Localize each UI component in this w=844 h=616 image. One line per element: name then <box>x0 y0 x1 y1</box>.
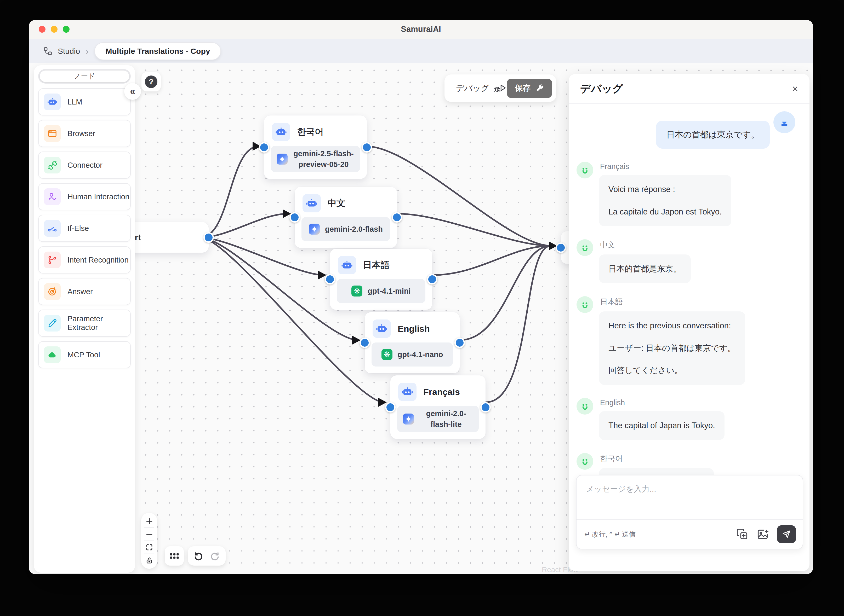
sidebar-item-label: Connector <box>68 161 103 170</box>
input-handle[interactable] <box>325 274 335 285</box>
breadcrumb-separator: › <box>86 46 89 56</box>
sidebar-item-intent-recognition[interactable]: Intent Recognition <box>38 246 131 274</box>
save-button-label: 保存 <box>515 83 531 94</box>
help-button[interactable]: ? <box>141 72 161 91</box>
sidebar-item-if-else[interactable]: If-Else <box>38 215 131 242</box>
model-name: gemini-2.0-flash-lite <box>419 408 473 430</box>
bot-message-label: 中文 <box>600 240 691 250</box>
copy-add-button[interactable] <box>736 528 748 540</box>
save-button[interactable]: 保存 <box>507 79 552 98</box>
bot-message-bubble: 日本的首都是东京。 <box>599 254 691 283</box>
pencil-icon <box>44 315 61 331</box>
flow-node-english[interactable]: English❋gpt-4.1-nano <box>365 312 460 373</box>
robot-icon <box>272 123 290 141</box>
bot-message-label: English <box>600 398 725 407</box>
sidebar-item-label: Browser <box>68 129 95 138</box>
tab-nodes[interactable]: ノード <box>40 70 129 82</box>
copy-plus-icon <box>736 528 748 540</box>
flow-node-korean[interactable]: 한국어gemini-2.5-flash-preview-05-20 <box>264 116 367 179</box>
sidebar-item-label: Answer <box>68 287 93 296</box>
bot-message-bubble: Voici ma réponse :La capitale du Japon e… <box>599 175 731 226</box>
gemini-icon <box>276 154 288 164</box>
history-controls <box>188 546 226 566</box>
sidebar-item-browser[interactable]: Browser <box>38 120 131 147</box>
flow-node-chinese[interactable]: 中文gemini-2.0-flash <box>295 187 397 248</box>
model-name: gemini-2.5-flash-preview-05-20 <box>293 148 354 170</box>
model-pill: gemini-2.0-flash-lite <box>397 406 479 432</box>
input-handle[interactable] <box>385 402 396 412</box>
undo-button[interactable] <box>194 551 204 561</box>
toggle-grid-button[interactable] <box>165 546 184 566</box>
message-text: Voici ma réponse : <box>609 184 722 195</box>
input-handle[interactable] <box>290 212 300 223</box>
message-text: 日本の首都は東京です。 <box>666 129 759 140</box>
close-window-button[interactable] <box>39 26 46 33</box>
zoom-in-button[interactable] <box>141 515 157 527</box>
sidebar-item-parameter-extractor[interactable]: Parameter Extractor <box>38 309 131 337</box>
bot-avatar-smile-icon <box>576 296 593 313</box>
workflow-icon <box>43 47 53 56</box>
fit-view-button[interactable] <box>141 541 157 554</box>
output-handle[interactable] <box>362 142 372 153</box>
output-handle[interactable] <box>480 402 491 412</box>
bot-message: 한국어일본의 수도는 도쿄입니다. <box>576 452 800 475</box>
message-input[interactable] <box>576 475 803 519</box>
robot-icon <box>44 94 61 110</box>
fit-view-icon <box>146 543 153 551</box>
flow-node-french[interactable]: Françaisgemini-2.0-flash-lite <box>390 375 485 439</box>
lock-canvas-button[interactable] <box>141 554 157 567</box>
send-button[interactable] <box>777 525 796 543</box>
person-check-icon <box>44 188 61 205</box>
wrench-icon <box>535 84 544 93</box>
sidebar-item-human-interaction[interactable]: Human Interaction <box>38 183 131 210</box>
sidebar-item-label: If-Else <box>68 224 89 233</box>
node-title: 中文 <box>328 197 346 209</box>
sidebar-item-answer[interactable]: Answer <box>38 278 131 305</box>
bot-message-label: 日本語 <box>600 297 745 307</box>
help-icon: ? <box>145 75 157 88</box>
bot-avatar-smile-icon <box>576 398 593 415</box>
chat-scroll-region[interactable]: 日本の首都は東京です。FrançaisVoici ma réponse :La … <box>569 104 810 475</box>
flow-canvas[interactable]: Start한국어gemini-2.5-flash-preview-05-20中文… <box>29 63 813 574</box>
canvas-toolbar: デバッグ 保存 <box>444 75 556 102</box>
sidebar-item-connector[interactable]: Connector <box>38 151 131 179</box>
app-window: SamuraiAI Studio › Multiple Translations… <box>29 20 813 574</box>
sidebar-item-mcp-tool[interactable]: MCP Tool <box>38 341 131 368</box>
node-title: 日本語 <box>363 259 390 271</box>
output-handle[interactable] <box>392 212 402 223</box>
sidebar-item-llm[interactable]: LLM <box>38 88 131 116</box>
redo-button[interactable] <box>210 551 220 561</box>
input-handle[interactable] <box>556 242 566 253</box>
attach-image-button[interactable] <box>757 528 769 540</box>
bot-message: FrançaisVoici ma réponse :La capitale du… <box>576 161 800 226</box>
target-icon <box>44 283 61 300</box>
output-handle[interactable] <box>203 232 214 243</box>
input-handle[interactable] <box>360 337 370 348</box>
zoom-out-button[interactable] <box>141 528 157 541</box>
model-name: gemini-2.0-flash <box>325 224 383 235</box>
minimize-window-button[interactable] <box>51 26 57 33</box>
zoom-window-button[interactable] <box>63 26 69 33</box>
gemini-icon <box>403 414 414 424</box>
breadcrumb-studio-link[interactable]: Studio <box>58 47 80 56</box>
debug-button[interactable]: デバッグ <box>456 83 507 94</box>
message-text: 回答してください。 <box>609 365 736 376</box>
node-title: Français <box>423 387 460 397</box>
bot-message: 中文日本的首都是东京。 <box>576 238 800 283</box>
debug-panel-header: デバッグ × <box>569 74 810 104</box>
window-controls <box>39 20 69 39</box>
input-handle[interactable] <box>259 142 269 153</box>
flow-node-japanese[interactable]: 日本語❋gpt-4.1-mini <box>330 249 432 310</box>
robot-icon <box>398 383 416 401</box>
browser-icon <box>44 125 61 142</box>
breadcrumb-flow-name[interactable]: Multiple Translations - Copy <box>94 42 221 60</box>
output-handle[interactable] <box>427 274 437 285</box>
titlebar: SamuraiAI <box>29 20 813 39</box>
output-handle[interactable] <box>454 337 465 348</box>
cloud-icon <box>44 346 61 363</box>
collapse-sidebar-button[interactable]: « <box>124 83 141 100</box>
close-icon[interactable]: × <box>792 84 798 94</box>
user-message-bubble: 日本の首都は東京です。 <box>656 121 770 149</box>
sidebar-item-label: MCP Tool <box>68 351 100 359</box>
sidebar-item-label: Human Interaction <box>68 192 129 201</box>
